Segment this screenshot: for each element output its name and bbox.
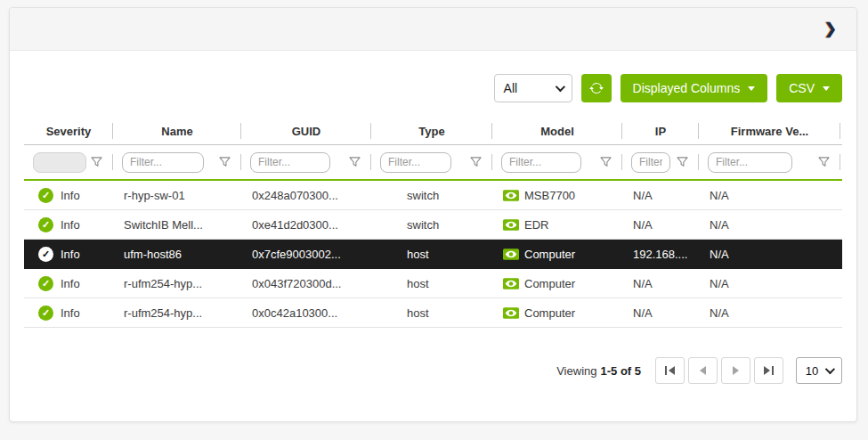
type-cell: host	[371, 269, 492, 297]
severity-label: Info	[61, 189, 80, 202]
first-page-icon	[664, 365, 676, 376]
caret-down-icon	[823, 86, 830, 91]
ip-cell: N/A	[622, 210, 699, 239]
panel-header: ❯	[10, 8, 856, 51]
guid-cell: 0x0c42a10300...	[241, 298, 371, 327]
severity-label: Info	[61, 218, 80, 232]
previous-page-button[interactable]	[688, 357, 718, 384]
guid-cell: 0x043f720300d...	[241, 269, 371, 297]
ok-check-icon: ✓	[38, 306, 53, 321]
name-cell: ufm-host86	[113, 240, 241, 268]
type-cell: host	[371, 298, 492, 327]
viewing-range: 1-5 of 5	[600, 364, 641, 378]
chevron-down-icon	[825, 364, 835, 374]
viewing-label: Viewing	[556, 364, 596, 378]
funnel-filter-icon[interactable]	[600, 157, 612, 167]
refresh-button[interactable]	[581, 74, 612, 102]
ip-filter-input[interactable]	[631, 152, 670, 173]
ip-cell: 192.168....	[622, 240, 699, 268]
next-page-button[interactable]	[721, 357, 750, 384]
table-row[interactable]: ✓ Info r-ufm254-hyp... 0x0c42a10300... h…	[24, 298, 842, 328]
refresh-icon	[589, 81, 604, 95]
name-cell: r-ufm254-hyp...	[113, 269, 241, 297]
firmware-filter-input[interactable]	[708, 152, 792, 173]
model-label: MSB7700	[524, 189, 575, 202]
table-row[interactable]: ✓ Info SwitchIB Mell... 0xe41d2d0300... …	[24, 210, 842, 240]
severity-label: Info	[61, 306, 80, 320]
severity-filter-cell	[24, 145, 113, 179]
firmware-filter-cell	[699, 145, 840, 179]
severity-label: Info	[61, 248, 80, 261]
table-header-row: Severity Name GUID Type Model IP Firmwar…	[24, 118, 842, 144]
model-cell: Computer	[492, 269, 622, 297]
nvidia-logo-icon	[503, 307, 519, 319]
model-label: EDR	[524, 218, 548, 232]
table-filter-row	[24, 145, 842, 179]
caret-down-icon	[748, 86, 755, 91]
model-cell: Computer	[492, 240, 622, 268]
model-label: Computer	[524, 306, 575, 320]
guid-cell: 0xe41d2d0300...	[241, 210, 371, 239]
ip-filter-cell	[622, 145, 699, 179]
firmware-cell: N/A	[699, 269, 840, 297]
devices-table-body: ✓ Info r-hyp-sw-01 0x248a070300... switc…	[24, 181, 842, 328]
first-page-button[interactable]	[655, 357, 685, 384]
model-label: Computer	[524, 277, 575, 290]
nvidia-logo-icon	[503, 219, 519, 231]
column-header-name[interactable]: Name	[113, 125, 241, 138]
firmware-cell: N/A	[699, 298, 840, 327]
severity-cell: ✓ Info	[24, 240, 113, 268]
ok-check-icon: ✓	[38, 247, 53, 262]
name-filter-cell	[113, 145, 241, 179]
viewing-summary: Viewing1-5 of 5	[556, 364, 641, 378]
last-page-icon	[763, 365, 775, 376]
ip-cell: N/A	[622, 298, 699, 327]
displayed-columns-button[interactable]: Displayed Columns	[621, 74, 768, 102]
guid-cell: 0x7cfe9003002...	[241, 240, 371, 268]
table-row[interactable]: ✓ Info r-hyp-sw-01 0x248a070300... switc…	[24, 181, 842, 210]
nvidia-logo-icon	[503, 249, 519, 260]
previous-page-icon	[699, 366, 707, 375]
model-filter-cell	[492, 145, 622, 179]
column-header-model[interactable]: Model	[492, 125, 622, 138]
guid-filter-input[interactable]	[250, 152, 330, 173]
column-header-guid[interactable]: GUID	[241, 125, 371, 138]
nvidia-logo-icon	[503, 190, 519, 201]
funnel-filter-icon[interactable]	[677, 157, 688, 167]
csv-export-button[interactable]: CSV	[776, 74, 842, 102]
firmware-cell: N/A	[699, 240, 840, 268]
funnel-filter-icon[interactable]	[219, 157, 231, 167]
column-header-firmware[interactable]: Firmware Ve...	[699, 125, 840, 138]
ok-check-icon: ✓	[38, 188, 53, 203]
severity-cell: ✓ Info	[24, 269, 113, 297]
table-row[interactable]: ✓ Info r-ufm254-hyp... 0x043f720300d... …	[24, 269, 842, 298]
displayed-columns-label: Displayed Columns	[633, 81, 741, 95]
ip-cell: N/A	[622, 181, 699, 209]
model-filter-input[interactable]	[501, 152, 581, 173]
funnel-filter-icon[interactable]	[91, 157, 102, 167]
funnel-filter-icon[interactable]	[470, 157, 482, 167]
severity-cell: ✓ Info	[24, 181, 113, 209]
pagination-bar: Viewing1-5 of 5 10	[24, 357, 842, 384]
ip-cell: N/A	[622, 269, 699, 297]
table-row-selected[interactable]: ✓ Info ufm-host86 0x7cfe9003002... host …	[24, 240, 842, 269]
devices-panel: ❯ All Displayed Columns CSV	[9, 7, 857, 422]
model-cell: MSB7700	[492, 181, 622, 209]
page-size-select[interactable]: 10	[796, 357, 842, 384]
ok-check-icon: ✓	[38, 217, 53, 232]
type-cell: switch	[371, 181, 492, 209]
firmware-cell: N/A	[699, 210, 840, 239]
type-cell: host	[371, 240, 492, 268]
column-header-severity[interactable]: Severity	[24, 125, 113, 138]
type-filter-input[interactable]	[380, 152, 451, 173]
last-page-button[interactable]	[754, 357, 783, 384]
funnel-filter-icon[interactable]	[349, 157, 361, 167]
type-cell: switch	[371, 210, 492, 239]
column-header-type[interactable]: Type	[371, 125, 492, 138]
collapse-panel-chevron-icon[interactable]: ❯	[824, 21, 837, 37]
severity-filter-select[interactable]: All	[494, 74, 572, 102]
name-filter-input[interactable]	[122, 152, 204, 173]
funnel-filter-icon[interactable]	[818, 157, 830, 167]
column-header-ip[interactable]: IP	[622, 125, 699, 138]
panel-content: All Displayed Columns CSV	[10, 74, 856, 384]
